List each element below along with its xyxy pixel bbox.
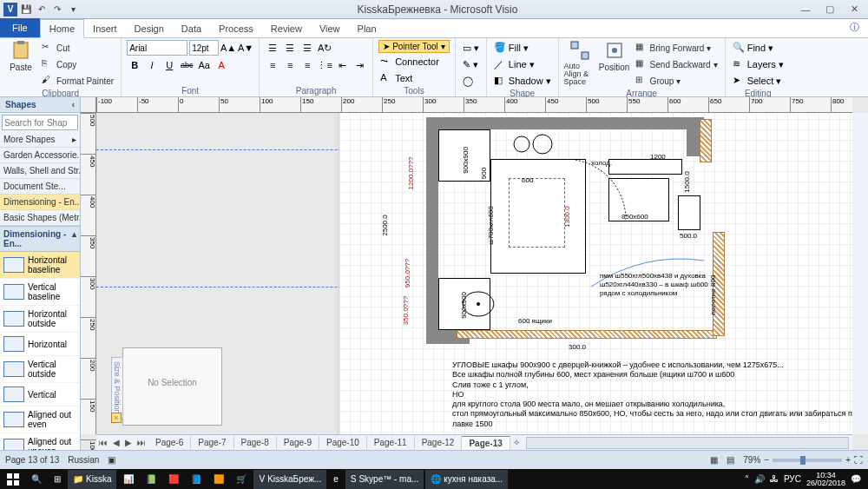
taskbar-pinned-icon[interactable]: 📘	[186, 470, 207, 489]
page-tab[interactable]: Page-10	[319, 436, 367, 449]
pointer-tool-button[interactable]: ➤Pointer Tool▾	[378, 40, 450, 53]
dim-label[interactable]: 950.0???	[404, 259, 411, 287]
page-tab[interactable]: Page-9	[277, 436, 319, 449]
close-panel-icon[interactable]: ×	[111, 413, 122, 423]
stencil-header[interactable]: Dimensioning - En...▴	[0, 226, 80, 252]
stencil-item[interactable]: Garden Accessorie...	[0, 148, 80, 163]
dim-label[interactable]: 850x600	[621, 213, 648, 221]
zoom-in-icon[interactable]: +	[845, 455, 851, 465]
shape-item[interactable]: Horizontal	[0, 333, 80, 356]
drawing-page[interactable]: 2500.0 1200.0??? 950.0??? 350.0??? 900x9…	[339, 113, 852, 434]
overlay-dash[interactable]	[509, 178, 565, 248]
minimize-icon[interactable]: —	[795, 3, 816, 17]
shapes-search-input[interactable]	[2, 115, 78, 130]
auto-align-button[interactable]: Auto Align & Space	[564, 40, 595, 86]
indent-inc-icon[interactable]: ⇥	[352, 57, 367, 73]
shape-item[interactable]: Vertical outside	[0, 356, 80, 383]
select-button[interactable]: ➤Select ▾	[731, 73, 784, 89]
taskbar-pinned-icon[interactable]: 🟧	[208, 470, 229, 489]
taskbar-item[interactable]: S Skype™ - ma...	[345, 470, 424, 489]
text-tool-button[interactable]: AText	[378, 70, 414, 86]
ribbon-help-icon[interactable]: ⓘ	[841, 17, 868, 37]
tab-nav-first-icon[interactable]: ⏮	[96, 438, 110, 447]
fridge-label[interactable]: холод.	[591, 159, 612, 167]
dim-label[interactable]: 900x900	[460, 292, 468, 319]
tab-insert[interactable]: Insert	[84, 20, 126, 37]
network-icon[interactable]: 🖧	[770, 474, 779, 484]
align-left-icon[interactable]: ≡	[265, 57, 280, 73]
wall-hatched[interactable]	[457, 330, 717, 339]
copy-button[interactable]: ⎘Copy	[40, 56, 115, 72]
circles-icon[interactable]	[513, 133, 556, 155]
dim-label[interactable]: 1200	[650, 153, 666, 161]
notifications-icon[interactable]: 💬	[851, 474, 861, 484]
page-tab-active[interactable]: Page-13	[462, 436, 510, 450]
shrink-font-icon[interactable]: A▼	[238, 40, 253, 56]
freeform-tool-icon[interactable]: ✎ ▾	[461, 56, 480, 72]
rectangle-tool-icon[interactable]: ▭ ▾	[461, 40, 481, 56]
dim-label[interactable]: 1300.0	[563, 206, 571, 227]
file-tab[interactable]: File	[0, 18, 40, 37]
dim-label[interactable]: 900	[480, 168, 488, 179]
find-button[interactable]: 🔍Find ▾	[731, 40, 775, 56]
dim-label[interactable]: 1500.0	[683, 171, 691, 192]
tab-data[interactable]: Data	[173, 20, 210, 37]
taskbar-item[interactable]: 📁 Kisska	[68, 470, 116, 489]
bring-forward-button[interactable]: ▦Bring Forward ▾	[634, 40, 720, 56]
italic-button[interactable]: I	[144, 57, 160, 73]
orientation-icon[interactable]: A↻	[317, 40, 332, 56]
tab-view[interactable]: View	[311, 20, 349, 37]
scrollbar-horizontal[interactable]	[526, 437, 849, 449]
annotation[interactable]: пмм ш550хгл500хв438 и духовка ш520хгл440…	[600, 272, 713, 298]
wall-hatched[interactable]	[700, 119, 712, 162]
shape-item[interactable]: Aligned out even	[0, 406, 80, 433]
wall[interactable]	[426, 117, 695, 129]
dim-label[interactable]: 1200.0???	[407, 157, 415, 190]
zoom-slider[interactable]	[773, 459, 842, 462]
side-cabinet[interactable]	[678, 195, 700, 230]
send-backward-button[interactable]: ▦Send Backward ▾	[634, 56, 720, 72]
font-size-stepper-icon[interactable]: Aa	[196, 57, 212, 73]
tab-nav-next-icon[interactable]: ▶	[122, 438, 135, 447]
tab-home[interactable]: Home	[40, 19, 84, 38]
paste-button[interactable]: Paste	[5, 40, 36, 72]
tab-design[interactable]: Design	[126, 20, 173, 37]
dim-label[interactable]: 300.0	[569, 343, 586, 351]
align-center-icon[interactable]: ≡	[282, 57, 298, 73]
tab-plan[interactable]: Plan	[349, 20, 385, 37]
dim-label[interactable]: ш700хгл600	[487, 206, 495, 245]
shape-item[interactable]: Horizontal outside	[0, 306, 80, 333]
font-color-button[interactable]: A	[214, 57, 229, 73]
stencil-item[interactable]: Basic Shapes (Metr...	[0, 210, 80, 226]
bullets-icon[interactable]: ⋮≡	[317, 57, 332, 73]
format-painter-button[interactable]: 🖌Format Painter	[40, 73, 115, 89]
dim-label[interactable]: 350.0???	[402, 296, 410, 325]
taskbar-pinned-icon[interactable]: 🛒	[231, 470, 252, 489]
tab-review[interactable]: Review	[262, 20, 311, 37]
stencil-item[interactable]: Document Ste...	[0, 179, 80, 195]
indent-dec-icon[interactable]: ⇤	[334, 57, 350, 73]
align-bottom-icon[interactable]: ☰	[299, 40, 315, 56]
page-tab[interactable]: Page-12	[415, 436, 463, 449]
layers-button[interactable]: ≋Layers ▾	[731, 56, 786, 72]
dim-label[interactable]: 2500.0	[381, 215, 389, 235]
volume-icon[interactable]: 🔊	[754, 474, 765, 484]
taskbar-pinned-icon[interactable]: 📗	[141, 470, 161, 489]
clock[interactable]: 10:3426/02/2018	[806, 472, 845, 487]
ruler-horizontal[interactable]: -100-50050100150200250300350400450500550…	[96, 97, 852, 113]
new-page-icon[interactable]: ✧	[510, 438, 523, 447]
page-tab[interactable]: Page-8	[234, 436, 277, 449]
fit-page-icon[interactable]: ⛶	[854, 455, 863, 465]
note-text[interactable]: УГЛОВЫЕ шкафы 900х900 с дверцей-книжкой …	[452, 360, 852, 429]
close-icon[interactable]: ✕	[844, 3, 865, 17]
search-icon[interactable]: 🔍	[26, 470, 47, 489]
dim-label[interactable]: 600	[522, 176, 533, 184]
stencil-item[interactable]: Walls, Shell and Str...	[0, 163, 80, 179]
more-shapes-link[interactable]: More Shapes▸	[0, 132, 80, 148]
connector-button[interactable]: ⤳Connector	[378, 54, 441, 69]
page-tab[interactable]: Page-7	[191, 436, 233, 449]
undo-icon[interactable]: ↶	[35, 3, 49, 17]
fill-button[interactable]: 🪣Fill ▾	[492, 40, 530, 56]
drawers-label[interactable]: 600 ящики	[518, 317, 552, 325]
tab-nav-last-icon[interactable]: ⏭	[135, 438, 148, 447]
